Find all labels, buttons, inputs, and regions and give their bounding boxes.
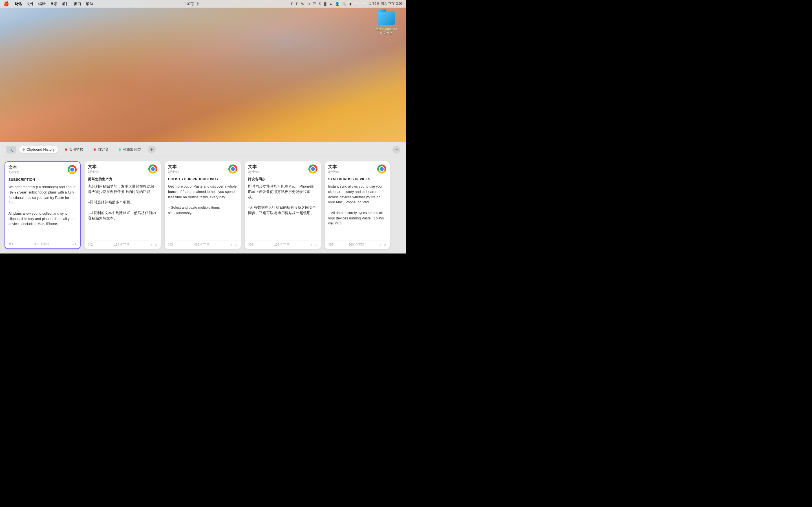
menubar-wifi[interactable]: ▲	[329, 2, 333, 6]
menubar-wordmark: P	[291, 2, 293, 6]
card-2-footer: ⌘2 164 个字符 ↑→A	[85, 240, 161, 249]
card-5-content: SYNC ACROSS DEVICES Instant sync allows …	[325, 175, 390, 240]
clipboard-panel: 🔍 Clipboard History 实用链接 自定义 可添加分类 + ···	[0, 142, 406, 253]
card-3-type: 文本	[168, 164, 179, 170]
desktop: 用所选项目新建的文件夹	[0, 0, 406, 142]
card-3-title: BOOST YOUR PRODUCTIVITY	[168, 177, 238, 182]
add-tab-button[interactable]: +	[148, 146, 156, 154]
card-4-aa: ↑→A	[311, 243, 317, 246]
card-1-header: 文本 1分钟前	[5, 162, 80, 176]
card-5-chars: 360 个字符	[349, 242, 364, 247]
card-1-type: 文本	[8, 165, 19, 170]
tab-clipboard-history[interactable]: Clipboard History	[19, 146, 58, 153]
card-5-type: 文本	[328, 164, 339, 170]
menu-file[interactable]: 文件	[27, 1, 34, 6]
card-4-time: 2分钟前	[248, 170, 259, 174]
card-1-text: We offer monthly ($0.99/month) and annua…	[8, 184, 77, 227]
card-1-title: SUBSCRIPTION	[8, 177, 77, 182]
clip-card-4[interactable]: 文本 2分钟前 跨设备同步 即时同步功能使您可以在Mac、iPhone或iPad…	[245, 161, 321, 249]
menu-help[interactable]: 帮助	[86, 1, 93, 6]
menu-go[interactable]: 前往	[62, 1, 69, 6]
menu-app[interactable]: 访达	[15, 1, 22, 6]
card-2-time: 2分钟前	[88, 170, 99, 174]
menubar-icon-4: ⊙	[307, 2, 310, 6]
menubar-icon-5: ☰	[313, 2, 316, 6]
menubar-icon-10: ⬜	[355, 2, 359, 6]
search-icon: 🔍	[8, 147, 13, 152]
menubar-search[interactable]: 🔍	[342, 2, 347, 6]
card-4-shortcut: ⌘4	[248, 243, 253, 246]
folder-icon	[378, 11, 395, 25]
search-button[interactable]: 🔍	[6, 146, 16, 154]
menubar-user: 👤	[335, 2, 340, 6]
card-1-time: 1分钟前	[8, 170, 19, 174]
card-3-chars: 468 个字符	[194, 242, 209, 247]
card-4-content: 跨设备同步 即时同步功能使您可以在Mac、iPhone或iPad上跨设备使用剪贴…	[245, 175, 321, 240]
tab-category[interactable]: 可添加分类	[115, 146, 144, 154]
card-1-chars: 805 个字符	[34, 242, 49, 246]
folder-label: 用所选项目新建的文件夹	[375, 27, 398, 35]
desktop-folder[interactable]: 用所选项目新建的文件夹	[375, 11, 398, 35]
card-1-footer: ⌘1 805 个字符 ↑→A	[5, 240, 80, 248]
card-5-shortcut: ⌘5	[328, 243, 333, 246]
apple-menu[interactable]: 🍎	[3, 1, 9, 6]
menu-window[interactable]: 窗口	[74, 1, 81, 6]
cards-container: 文本 1分钟前 SUBSCRIPTION We offer monthly ($…	[0, 157, 406, 253]
card-3-shortcut: ⌘3	[168, 243, 173, 246]
add-icon: +	[150, 147, 153, 152]
card-1-app-icon	[68, 165, 77, 174]
menubar: 🍎 访达 文件 编辑 显示 前往 窗口 帮助 107字 中 P P W ⊙ ☰ …	[0, 0, 406, 8]
clip-card-1[interactable]: 文本 1分钟前 SUBSCRIPTION We offer monthly ($…	[4, 161, 81, 249]
card-2-title: 提高您的生产力	[88, 177, 157, 182]
tab-dot-category	[119, 149, 121, 151]
more-icon: ···	[395, 147, 398, 152]
tab-custom[interactable]: 自定义	[90, 146, 112, 154]
card-4-chars: 132 个字符	[274, 242, 289, 247]
menubar-clock: 1月9日 周六 下午 3:05	[369, 1, 403, 6]
toolbar: 🔍 Clipboard History 实用链接 自定义 可添加分类 + ···	[0, 142, 406, 157]
menubar-icon-11: ⬜	[362, 2, 366, 6]
menubar-icon-3: W	[301, 2, 304, 6]
card-3-app-icon	[229, 165, 238, 173]
card-5-footer: ⌘5 360 个字符 ↑→A	[325, 240, 390, 249]
card-1-content: SUBSCRIPTION We offer monthly ($0.99/mon…	[5, 176, 80, 240]
clip-card-2[interactable]: 文本 2分钟前 提高您的生产力 充分利用粘贴功能，发现大量旨在帮助您每天减少花在…	[85, 161, 161, 249]
card-2-header: 文本 2分钟前	[85, 161, 161, 175]
card-5-text: Instant sync allows you to use your clip…	[328, 184, 386, 226]
clip-card-3[interactable]: 文本 2分钟前 BOOST YOUR PRODUCTIVITY Get more…	[165, 161, 241, 249]
menubar-icon-6: S	[319, 2, 321, 6]
tab-label-clipboard: Clipboard History	[27, 147, 55, 152]
clip-card-5[interactable]: 文本 2分钟前 SYNC ACROSS DEVICES Instant sync…	[325, 161, 390, 249]
tab-useful-links[interactable]: 实用链接	[61, 146, 87, 154]
card-1-shortcut: ⌘1	[8, 242, 13, 246]
tab-dot-clipboard	[22, 149, 25, 151]
menubar-icon-9: ◐	[349, 2, 352, 6]
menubar-battery: ▓	[324, 2, 326, 6]
tab-dot-useful	[65, 149, 67, 151]
card-4-footer: ⌘4 132 个字符 ↑→A	[245, 240, 321, 249]
card-4-text: 即时同步功能使您可以在Mac、iPhone或iPad上跨设备使用剪贴板历史记录和…	[248, 184, 317, 216]
card-2-shortcut: ⌘2	[88, 243, 93, 246]
tab-label-useful: 实用链接	[69, 147, 84, 152]
tab-label-category: 可添加分类	[123, 147, 141, 152]
card-5-aa: ↑→A	[379, 243, 386, 246]
menu-view[interactable]: 显示	[50, 1, 57, 6]
card-3-aa: ↑→A	[231, 243, 238, 246]
card-5-title: SYNC ACROSS DEVICES	[328, 177, 386, 182]
card-3-footer: ⌘3 468 个字符 ↑→A	[165, 240, 241, 249]
more-button[interactable]: ···	[393, 146, 400, 154]
card-4-header: 文本 2分钟前	[245, 161, 321, 175]
tab-dot-custom	[94, 149, 96, 151]
card-2-text: 充分利用粘贴功能，发现大量旨在帮助您每天减少花在例行任务上的时间的功能。–同时选…	[88, 184, 157, 221]
menu-edit[interactable]: 编辑	[38, 1, 46, 6]
card-5-app-icon	[377, 165, 386, 173]
card-4-type: 文本	[248, 164, 259, 170]
card-2-aa: ↑→A	[151, 243, 157, 246]
card-3-time: 2分钟前	[168, 170, 179, 174]
menubar-icon-2: P	[296, 2, 298, 6]
card-4-title: 跨设备同步	[248, 177, 317, 182]
card-3-content: BOOST YOUR PRODUCTIVITY Get more out of …	[165, 175, 241, 240]
card-3-text: Get more out of Paste and discover a who…	[168, 184, 238, 216]
card-3-header: 文本 2分钟前	[165, 161, 241, 175]
card-5-header: 文本 2分钟前	[325, 161, 390, 175]
